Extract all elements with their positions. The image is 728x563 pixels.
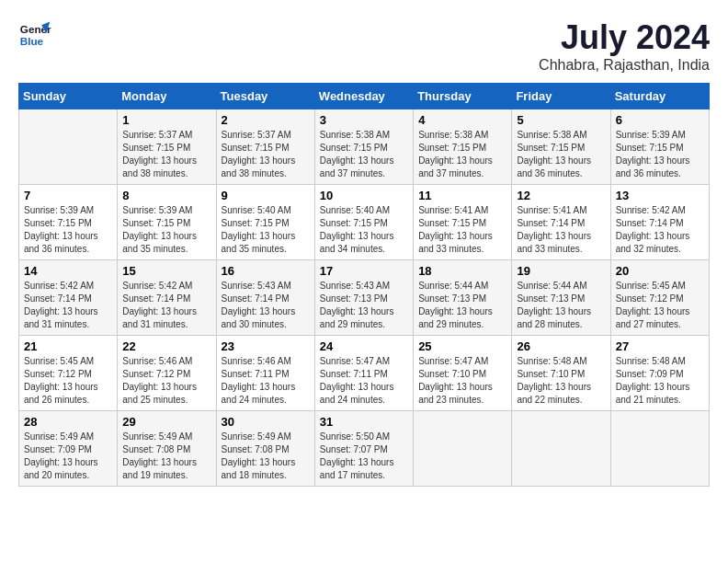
day-number: 25: [418, 339, 506, 353]
day-cell: 12Sunrise: 5:41 AMSunset: 7:14 PMDayligh…: [512, 185, 610, 260]
week-row: 1Sunrise: 5:37 AMSunset: 7:15 PMDaylight…: [19, 109, 710, 185]
day-cell: 18Sunrise: 5:44 AMSunset: 7:13 PMDayligh…: [414, 260, 512, 336]
logo-icon: General Blue: [18, 18, 51, 52]
day-detail: Sunrise: 5:41 AMSunset: 7:14 PMDaylight:…: [517, 204, 605, 256]
day-detail: Sunrise: 5:40 AMSunset: 7:15 PMDaylight:…: [320, 204, 408, 256]
day-cell: 28Sunrise: 5:49 AMSunset: 7:09 PMDayligh…: [19, 411, 118, 487]
day-number: 18: [418, 264, 506, 278]
day-number: 4: [418, 113, 506, 127]
day-cell: 14Sunrise: 5:42 AMSunset: 7:14 PMDayligh…: [19, 260, 118, 336]
day-cell: 22Sunrise: 5:46 AMSunset: 7:12 PMDayligh…: [118, 336, 216, 411]
day-cell: 11Sunrise: 5:41 AMSunset: 7:15 PMDayligh…: [414, 185, 512, 260]
day-detail: Sunrise: 5:38 AMSunset: 7:15 PMDaylight:…: [517, 129, 605, 180]
day-number: 5: [517, 113, 605, 127]
day-detail: Sunrise: 5:38 AMSunset: 7:15 PMDaylight:…: [418, 129, 506, 180]
day-cell: [512, 411, 610, 487]
logo: General Blue: [18, 18, 51, 52]
day-detail: Sunrise: 5:49 AMSunset: 7:08 PMDaylight:…: [122, 431, 210, 482]
day-cell: [610, 411, 709, 487]
day-number: 3: [320, 113, 408, 127]
day-cell: 26Sunrise: 5:48 AMSunset: 7:10 PMDayligh…: [512, 336, 610, 411]
day-cell: 19Sunrise: 5:44 AMSunset: 7:13 PMDayligh…: [512, 260, 610, 336]
day-cell: 1Sunrise: 5:37 AMSunset: 7:15 PMDaylight…: [118, 109, 216, 185]
day-detail: Sunrise: 5:45 AMSunset: 7:12 PMDaylight:…: [616, 280, 704, 331]
header: General Blue July 2024 Chhabra, Rajastha…: [18, 18, 710, 74]
day-number: 30: [222, 415, 310, 429]
day-number: 13: [616, 189, 704, 202]
week-row: 14Sunrise: 5:42 AMSunset: 7:14 PMDayligh…: [19, 260, 710, 336]
day-number: 6: [616, 113, 704, 127]
calendar-table: SundayMondayTuesdayWednesdayThursdayFrid…: [18, 83, 710, 487]
header-cell-thursday: Thursday: [414, 84, 512, 109]
day-cell: [414, 411, 512, 487]
day-cell: 25Sunrise: 5:47 AMSunset: 7:10 PMDayligh…: [414, 336, 512, 411]
header-row: SundayMondayTuesdayWednesdayThursdayFrid…: [19, 84, 710, 109]
header-cell-saturday: Saturday: [610, 84, 709, 109]
day-cell: 3Sunrise: 5:38 AMSunset: 7:15 PMDaylight…: [314, 109, 413, 185]
day-cell: 5Sunrise: 5:38 AMSunset: 7:15 PMDaylight…: [512, 109, 610, 185]
day-detail: Sunrise: 5:50 AMSunset: 7:07 PMDaylight:…: [320, 431, 408, 482]
day-cell: 10Sunrise: 5:40 AMSunset: 7:15 PMDayligh…: [314, 185, 413, 260]
week-row: 28Sunrise: 5:49 AMSunset: 7:09 PMDayligh…: [19, 411, 710, 487]
subtitle: Chhabra, Rajasthan, India: [539, 57, 710, 74]
day-number: 17: [320, 264, 408, 278]
day-number: 29: [122, 415, 210, 429]
day-number: 8: [122, 189, 210, 202]
header-cell-monday: Monday: [118, 84, 216, 109]
day-detail: Sunrise: 5:39 AMSunset: 7:15 PMDaylight:…: [122, 204, 210, 256]
day-detail: Sunrise: 5:43 AMSunset: 7:13 PMDaylight:…: [320, 280, 408, 331]
title-area: July 2024 Chhabra, Rajasthan, India: [539, 18, 710, 74]
day-number: 20: [616, 264, 704, 278]
day-number: 19: [517, 264, 605, 278]
day-detail: Sunrise: 5:37 AMSunset: 7:15 PMDaylight:…: [122, 129, 210, 180]
day-cell: 2Sunrise: 5:37 AMSunset: 7:15 PMDaylight…: [216, 109, 314, 185]
day-number: 1: [122, 113, 210, 127]
day-number: 27: [616, 339, 704, 353]
day-cell: 16Sunrise: 5:43 AMSunset: 7:14 PMDayligh…: [216, 260, 314, 336]
day-cell: 27Sunrise: 5:48 AMSunset: 7:09 PMDayligh…: [610, 336, 709, 411]
day-detail: Sunrise: 5:48 AMSunset: 7:10 PMDaylight:…: [517, 355, 605, 407]
day-number: 31: [320, 415, 408, 429]
header-cell-wednesday: Wednesday: [314, 84, 413, 109]
week-row: 7Sunrise: 5:39 AMSunset: 7:15 PMDaylight…: [19, 185, 710, 260]
day-detail: Sunrise: 5:40 AMSunset: 7:15 PMDaylight:…: [222, 204, 310, 256]
day-detail: Sunrise: 5:46 AMSunset: 7:12 PMDaylight:…: [122, 355, 210, 407]
day-detail: Sunrise: 5:42 AMSunset: 7:14 PMDaylight:…: [122, 280, 210, 331]
day-number: 23: [222, 339, 310, 353]
day-number: 24: [320, 339, 408, 353]
header-cell-tuesday: Tuesday: [216, 84, 314, 109]
day-detail: Sunrise: 5:43 AMSunset: 7:14 PMDaylight:…: [222, 280, 310, 331]
day-cell: 13Sunrise: 5:42 AMSunset: 7:14 PMDayligh…: [610, 185, 709, 260]
day-cell: 20Sunrise: 5:45 AMSunset: 7:12 PMDayligh…: [610, 260, 709, 336]
day-number: 15: [122, 264, 210, 278]
day-cell: 30Sunrise: 5:49 AMSunset: 7:08 PMDayligh…: [216, 411, 314, 487]
day-detail: Sunrise: 5:38 AMSunset: 7:15 PMDaylight:…: [320, 129, 408, 180]
day-number: 10: [320, 189, 408, 202]
day-detail: Sunrise: 5:42 AMSunset: 7:14 PMDaylight:…: [616, 204, 704, 256]
day-detail: Sunrise: 5:39 AMSunset: 7:15 PMDaylight:…: [616, 129, 704, 180]
day-number: 26: [517, 339, 605, 353]
day-detail: Sunrise: 5:49 AMSunset: 7:08 PMDaylight:…: [222, 431, 310, 482]
svg-text:Blue: Blue: [20, 35, 44, 47]
day-detail: Sunrise: 5:44 AMSunset: 7:13 PMDaylight:…: [418, 280, 506, 331]
day-cell: 4Sunrise: 5:38 AMSunset: 7:15 PMDaylight…: [414, 109, 512, 185]
day-detail: Sunrise: 5:41 AMSunset: 7:15 PMDaylight:…: [418, 204, 506, 256]
day-cell: 8Sunrise: 5:39 AMSunset: 7:15 PMDaylight…: [118, 185, 216, 260]
day-number: 9: [222, 189, 310, 202]
day-number: 16: [222, 264, 310, 278]
day-number: 22: [122, 339, 210, 353]
day-number: 7: [24, 189, 112, 202]
day-cell: 15Sunrise: 5:42 AMSunset: 7:14 PMDayligh…: [118, 260, 216, 336]
day-detail: Sunrise: 5:42 AMSunset: 7:14 PMDaylight:…: [24, 280, 112, 331]
day-number: 28: [24, 415, 112, 429]
day-cell: 9Sunrise: 5:40 AMSunset: 7:15 PMDaylight…: [216, 185, 314, 260]
day-detail: Sunrise: 5:46 AMSunset: 7:11 PMDaylight:…: [222, 355, 310, 407]
day-number: 21: [24, 339, 112, 353]
day-cell: 21Sunrise: 5:45 AMSunset: 7:12 PMDayligh…: [19, 336, 118, 411]
day-detail: Sunrise: 5:47 AMSunset: 7:11 PMDaylight:…: [320, 355, 408, 407]
day-cell: 29Sunrise: 5:49 AMSunset: 7:08 PMDayligh…: [118, 411, 216, 487]
day-detail: Sunrise: 5:45 AMSunset: 7:12 PMDaylight:…: [24, 355, 112, 407]
day-number: 11: [418, 189, 506, 202]
day-cell: 17Sunrise: 5:43 AMSunset: 7:13 PMDayligh…: [314, 260, 413, 336]
day-cell: 23Sunrise: 5:46 AMSunset: 7:11 PMDayligh…: [216, 336, 314, 411]
